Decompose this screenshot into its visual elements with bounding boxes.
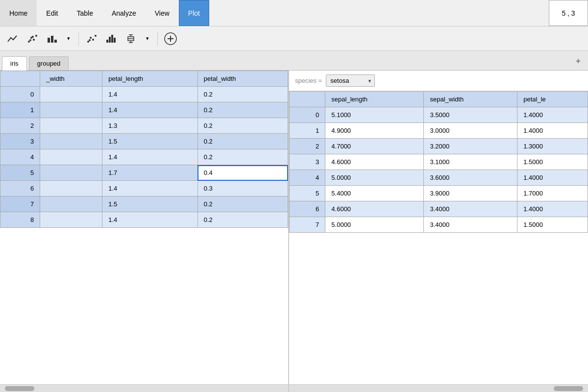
sepal-width-cell[interactable]: 3.1000 bbox=[424, 154, 517, 170]
sepal-width-cell[interactable]: 3.4000 bbox=[424, 217, 517, 233]
table-row[interactable]: 61.40.3 bbox=[0, 181, 288, 196]
petal-le-cell[interactable]: 1.3000 bbox=[517, 139, 588, 154]
table-row[interactable]: 75.00003.40001.5000 bbox=[290, 217, 588, 233]
right-col-sepal-length[interactable]: sepal_length bbox=[325, 92, 424, 107]
width-cell[interactable] bbox=[40, 149, 102, 165]
right-scrollbar-h[interactable] bbox=[289, 384, 588, 392]
sepal-width-cell[interactable]: 3.0000 bbox=[424, 123, 517, 139]
table-row[interactable]: 11.40.2 bbox=[0, 102, 288, 118]
left-scrollbar-h[interactable] bbox=[0, 384, 288, 392]
table-row[interactable]: 21.30.2 bbox=[0, 118, 288, 134]
petal-length-cell[interactable]: 1.7 bbox=[102, 165, 198, 181]
table-row[interactable]: 31.50.2 bbox=[0, 134, 288, 149]
menu-analyze[interactable]: Analyze bbox=[102, 0, 146, 26]
petal-width-cell[interactable]: 0.2 bbox=[197, 149, 288, 165]
sepal-length-cell[interactable]: 5.0000 bbox=[325, 217, 424, 233]
petal-le-cell[interactable]: 1.7000 bbox=[517, 186, 588, 201]
table-row[interactable]: 64.60003.40001.4000 bbox=[290, 201, 588, 217]
width-cell[interactable] bbox=[40, 181, 102, 196]
right-table-wrapper[interactable]: sepal_length sepal_width petal_le 05.100… bbox=[289, 91, 588, 384]
petal-width-cell[interactable]: 0.2 bbox=[197, 118, 288, 134]
tab-grouped[interactable]: grouped bbox=[29, 56, 69, 70]
left-col-petal-width[interactable]: petal_width bbox=[197, 71, 288, 87]
line-chart-button[interactable] bbox=[4, 30, 22, 48]
sepal-length-cell[interactable]: 5.4000 bbox=[325, 186, 424, 201]
petal-le-cell[interactable]: 1.4000 bbox=[517, 107, 588, 123]
width-cell[interactable] bbox=[40, 102, 102, 118]
table-row[interactable]: 45.00003.60001.4000 bbox=[290, 170, 588, 186]
width-cell[interactable] bbox=[40, 196, 102, 212]
table-row[interactable]: 01.40.2 bbox=[0, 87, 288, 102]
sepal-length-cell[interactable]: 5.1000 bbox=[325, 107, 424, 123]
left-col-width[interactable]: _width bbox=[40, 71, 102, 87]
histogram-button[interactable] bbox=[102, 30, 120, 48]
petal-length-cell[interactable]: 1.4 bbox=[102, 149, 198, 165]
table-row[interactable]: 51.70.4 bbox=[0, 165, 288, 181]
sepal-length-cell[interactable]: 5.0000 bbox=[325, 170, 424, 186]
petal-length-cell[interactable]: 1.4 bbox=[102, 181, 198, 196]
bar-chart-button[interactable] bbox=[43, 30, 61, 48]
petal-le-cell[interactable]: 1.4000 bbox=[517, 201, 588, 217]
width-cell[interactable] bbox=[40, 87, 102, 102]
menu-edit[interactable]: Edit bbox=[37, 0, 67, 26]
sepal-length-cell[interactable]: 4.7000 bbox=[325, 139, 424, 154]
table-row[interactable]: 41.40.2 bbox=[0, 149, 288, 165]
petal-length-cell[interactable]: 1.4 bbox=[102, 87, 198, 102]
table-row[interactable]: 14.90003.00001.4000 bbox=[290, 123, 588, 139]
scatter2-button[interactable] bbox=[83, 30, 100, 48]
menu-home[interactable]: Home bbox=[0, 0, 37, 26]
add-plot-button[interactable] bbox=[162, 30, 179, 48]
tab-add-button[interactable]: + bbox=[572, 55, 584, 67]
sepal-width-cell[interactable]: 3.5000 bbox=[424, 107, 517, 123]
species-select[interactable]: setosa versicolor virginica bbox=[326, 74, 375, 87]
table-row[interactable]: 81.40.2 bbox=[0, 212, 288, 228]
sepal-width-cell[interactable]: 3.4000 bbox=[424, 201, 517, 217]
petal-length-cell[interactable]: 1.4 bbox=[102, 102, 198, 118]
table-row[interactable]: 55.40003.90001.7000 bbox=[290, 186, 588, 201]
petal-length-cell[interactable]: 1.3 bbox=[102, 118, 198, 134]
petal-width-cell[interactable]: 0.2 bbox=[197, 212, 288, 228]
chart-dropdown-1[interactable]: ▾ bbox=[63, 30, 74, 48]
petal-length-cell[interactable]: 1.4 bbox=[102, 212, 198, 228]
width-cell[interactable] bbox=[40, 134, 102, 149]
petal-width-cell[interactable]: 0.3 bbox=[197, 181, 288, 196]
left-scroll-thumb[interactable] bbox=[5, 386, 34, 391]
petal-width-cell[interactable]: 0.2 bbox=[197, 102, 288, 118]
petal-le-cell[interactable]: 1.5000 bbox=[517, 154, 588, 170]
petal-length-cell[interactable]: 1.5 bbox=[102, 134, 198, 149]
width-cell[interactable] bbox=[40, 212, 102, 228]
table-row[interactable]: 71.50.2 bbox=[0, 196, 288, 212]
petal-width-cell[interactable]: 0.2 bbox=[197, 134, 288, 149]
tab-iris[interactable]: iris bbox=[2, 56, 27, 71]
chart-dropdown-2[interactable]: ▾ bbox=[142, 30, 153, 48]
left-index-cell: 0 bbox=[0, 87, 40, 102]
petal-width-cell[interactable]: 0.4 bbox=[197, 165, 288, 181]
petal-width-cell[interactable]: 0.2 bbox=[197, 87, 288, 102]
menu-view[interactable]: View bbox=[146, 0, 179, 26]
right-scroll-thumb[interactable] bbox=[554, 386, 583, 391]
right-col-petal-le[interactable]: petal_le bbox=[517, 92, 588, 107]
width-cell[interactable] bbox=[40, 165, 102, 181]
right-col-sepal-width[interactable]: sepal_width bbox=[424, 92, 517, 107]
petal-width-cell[interactable]: 0.2 bbox=[197, 196, 288, 212]
petal-le-cell[interactable]: 1.4000 bbox=[517, 123, 588, 139]
petal-length-cell[interactable]: 1.5 bbox=[102, 196, 198, 212]
petal-le-cell[interactable]: 1.5000 bbox=[517, 217, 588, 233]
sepal-length-cell[interactable]: 4.6000 bbox=[325, 154, 424, 170]
left-table-wrapper[interactable]: _width petal_length petal_width 01.40.21… bbox=[0, 71, 288, 384]
left-col-petal-length[interactable]: petal_length bbox=[102, 71, 198, 87]
menu-table[interactable]: Table bbox=[67, 0, 102, 26]
width-cell[interactable] bbox=[40, 118, 102, 134]
table-row[interactable]: 34.60003.10001.5000 bbox=[290, 154, 588, 170]
boxplot-button[interactable] bbox=[122, 30, 140, 48]
sepal-length-cell[interactable]: 4.6000 bbox=[325, 201, 424, 217]
sepal-length-cell[interactable]: 4.9000 bbox=[325, 123, 424, 139]
sepal-width-cell[interactable]: 3.6000 bbox=[424, 170, 517, 186]
sepal-width-cell[interactable]: 3.9000 bbox=[424, 186, 517, 201]
petal-le-cell[interactable]: 1.4000 bbox=[517, 170, 588, 186]
scatter-plot-button[interactable] bbox=[24, 30, 41, 48]
table-row[interactable]: 24.70003.20001.3000 bbox=[290, 139, 588, 154]
menu-plot[interactable]: Plot bbox=[179, 0, 209, 26]
table-row[interactable]: 05.10003.50001.4000 bbox=[290, 107, 588, 123]
sepal-width-cell[interactable]: 3.2000 bbox=[424, 139, 517, 154]
